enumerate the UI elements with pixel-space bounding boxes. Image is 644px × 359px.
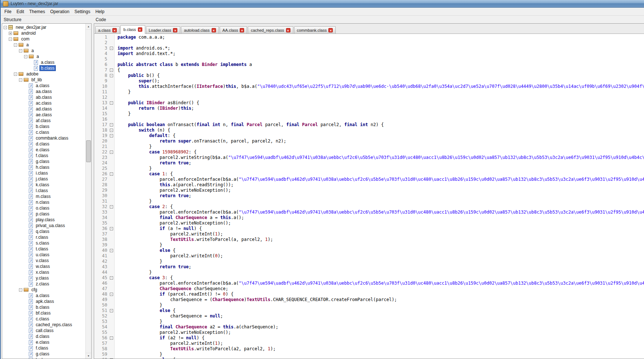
tree-item-adobe[interactable]: -adobe [2, 71, 85, 77]
tree-item-p.class[interactable]: Jp.class [2, 211, 85, 217]
collapse-node-icon[interactable]: - [4, 26, 7, 29]
collapse-node-icon[interactable]: - [24, 55, 27, 58]
tree-item-bf_lib[interactable]: -bf_lib [2, 77, 85, 83]
tree-item-k.class[interactable]: Jk.class [2, 182, 85, 188]
tree-item-call.class[interactable]: Jcall.class [2, 328, 85, 333]
tree-item-new_dex2jar.jar[interactable]: -new_dex2jar.jar [2, 24, 85, 30]
tree-item-j.class[interactable]: Jj.class [2, 176, 85, 182]
code-editor[interactable]: 1package com.a.a.a;23-import android.os.… [94, 34, 644, 359]
fold-collapse-icon[interactable]: - [110, 151, 113, 154]
tree-item-z.class[interactable]: Jz.class [2, 281, 85, 287]
menu-item-edit[interactable]: Edit [14, 8, 27, 15]
tree-item-f.class[interactable]: Jf.class [2, 153, 85, 159]
tree-item-e.class[interactable]: Je.class [2, 339, 85, 345]
tree-item-m.class[interactable]: Jm.class [2, 194, 85, 199]
fold-collapse-icon[interactable]: - [110, 276, 113, 280]
tab-b.class[interactable]: b.class× [120, 25, 145, 34]
tree-item-y.class[interactable]: Jy.class [2, 275, 85, 281]
tree-item-e.class[interactable]: Je.class [2, 147, 85, 153]
fold-collapse-icon[interactable]: - [110, 69, 113, 72]
tree-item-com[interactable]: -com [2, 36, 85, 42]
fold-collapse-icon[interactable]: - [110, 358, 113, 359]
scrollbar-thumb[interactable] [86, 140, 91, 162]
tree-item-d.class[interactable]: Jd.class [2, 333, 85, 339]
tree-item-q.class[interactable]: Jq.class [2, 229, 85, 234]
collapse-node-icon[interactable]: - [14, 43, 17, 47]
tab-close-icon[interactable]: × [138, 27, 142, 32]
menu-item-help[interactable]: Help [93, 8, 107, 15]
menu-item-settings[interactable]: Settings [72, 8, 93, 15]
tree-item-ac.class[interactable]: Jac.class [2, 100, 85, 106]
tree-item-u.class[interactable]: Ju.class [2, 252, 85, 258]
fold-collapse-icon[interactable]: - [110, 205, 113, 208]
fold-collapse-icon[interactable]: - [110, 227, 113, 230]
collapse-node-icon[interactable]: - [14, 73, 17, 76]
tree-item-g.class[interactable]: Jg.class [2, 351, 85, 357]
tree-item-a[interactable]: -a [2, 48, 85, 54]
tab-a.class[interactable]: a.class× [95, 26, 120, 34]
scroll-up-arrow-icon[interactable]: ▲ [86, 24, 91, 30]
tree-item-c.class[interactable]: Jc.class [2, 316, 85, 322]
tree-item-a.class[interactable]: Ja.class [2, 59, 85, 65]
expand-node-icon[interactable]: + [9, 32, 12, 35]
tree-item-android[interactable]: +android [2, 30, 85, 36]
tab-close-icon[interactable]: × [212, 28, 216, 32]
tree-item-t.class[interactable]: Jt.class [2, 246, 85, 252]
fold-collapse-icon[interactable]: - [110, 129, 113, 132]
structure-tree[interactable]: -new_dex2jar.jar+android-com-a-a-aJa.cla… [2, 24, 85, 359]
tree-item-play.class[interactable]: Jplay.class [2, 217, 85, 223]
fold-collapse-icon[interactable]: - [110, 293, 113, 296]
tree-item-h.class[interactable]: Jh.class [2, 357, 85, 359]
fold-collapse-icon[interactable]: - [110, 249, 113, 252]
collapse-node-icon[interactable]: - [19, 288, 22, 292]
tree-item-commbank.class[interactable]: Jcommbank.class [2, 135, 85, 141]
tree-item-v.class[interactable]: Jv.class [2, 258, 85, 264]
menu-item-file[interactable]: File [2, 8, 14, 15]
tree-item-f.class[interactable]: Jf.class [2, 345, 85, 351]
tree-item-aa.class[interactable]: Jaa.class [2, 89, 85, 94]
fold-collapse-icon[interactable]: - [110, 123, 113, 126]
tab-AA.class[interactable]: AA.class× [220, 26, 247, 34]
fold-collapse-icon[interactable]: - [110, 101, 113, 105]
tree-item-a.class[interactable]: Ja.class [2, 83, 85, 89]
menu-item-operation[interactable]: Operation [47, 8, 72, 15]
tree-item-c.class[interactable]: Jc.class [2, 129, 85, 135]
menu-item-themes[interactable]: Themes [27, 8, 47, 15]
tree-item-bf.class[interactable]: Jbf.class [2, 310, 85, 316]
tree-item-ae.class[interactable]: Jae.class [2, 112, 85, 118]
tree-item-a.class[interactable]: Ja.class [2, 293, 85, 298]
tab-close-icon[interactable]: × [328, 28, 333, 32]
tree-item-g.class[interactable]: Jg.class [2, 159, 85, 164]
fold-collapse-icon[interactable]: - [110, 336, 113, 340]
tree-item-ad.class[interactable]: Jad.class [2, 106, 85, 112]
tab-close-icon[interactable]: × [286, 28, 290, 32]
tree-item-h.class[interactable]: Jh.class [2, 164, 85, 170]
tree-item-a[interactable]: -a [2, 54, 85, 59]
fold-collapse-icon[interactable]: - [110, 47, 113, 50]
fold-collapse-icon[interactable]: - [110, 74, 113, 77]
tab-close-icon[interactable]: × [173, 28, 177, 32]
tree-item-w.class[interactable]: Jw.class [2, 264, 85, 269]
tree-item-apk.class[interactable]: Japk.class [2, 298, 85, 304]
tree-item-s.class[interactable]: Js.class [2, 240, 85, 246]
tab-Loader.class[interactable]: Loader.class× [146, 26, 181, 34]
tree-item-af.class[interactable]: Jaf.class [2, 118, 85, 124]
tree-item-b.class[interactable]: Jb.class [2, 304, 85, 310]
tree-item-privat_ua.class[interactable]: Jprivat_ua.class [2, 223, 85, 229]
tree-item-r.class[interactable]: Jr.class [2, 234, 85, 240]
tab-cached_reps.class[interactable]: cached_reps.class× [248, 26, 293, 34]
fold-collapse-icon[interactable]: - [110, 309, 113, 312]
tree-item-l.class[interactable]: Jl.class [2, 188, 85, 194]
tab-close-icon[interactable]: × [112, 28, 117, 32]
fold-collapse-icon[interactable]: - [110, 134, 113, 137]
tree-item-d.class[interactable]: Jd.class [2, 141, 85, 147]
title-bar[interactable]: Luyten - new_dex2jar.jar [1, 0, 644, 8]
collapse-node-icon[interactable]: - [19, 49, 22, 52]
structure-scrollbar[interactable]: ▲ ▼ [85, 24, 91, 359]
tree-item-a[interactable]: -a [2, 42, 85, 48]
fold-collapse-icon[interactable]: - [110, 172, 113, 176]
collapse-node-icon[interactable]: - [19, 78, 22, 82]
tree-item-i.class[interactable]: Ji.class [2, 170, 85, 176]
tree-item-b.class[interactable]: Jb.class [2, 124, 85, 129]
tab-autoload.class[interactable]: autoload.class× [181, 26, 219, 34]
